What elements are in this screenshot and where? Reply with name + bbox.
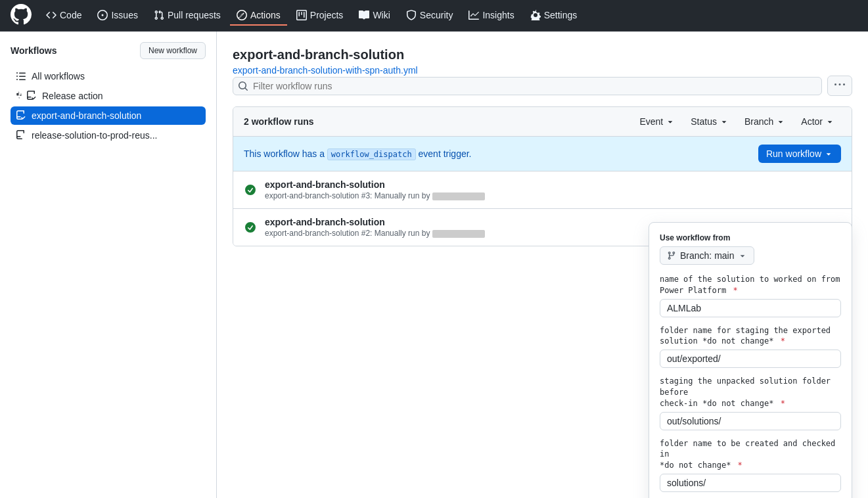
branch-filter-label: Branch <box>744 116 773 127</box>
actor-filter-button[interactable]: Actor <box>794 114 841 129</box>
field-label-text-staging: staging the unpacked solution folder bef… <box>660 376 831 408</box>
field-required-solution: * <box>733 286 737 295</box>
info-banner: This workflow has a workflow_dispatch ev… <box>233 137 852 171</box>
info-banner-text: This workflow has a workflow_dispatch ev… <box>244 148 471 159</box>
page-body: Workflows New workflow All workflows Rel… <box>0 32 868 498</box>
nav-projects[interactable]: Projects <box>290 6 350 26</box>
workflow-dispatch-icon <box>26 91 37 101</box>
nav-wiki[interactable]: Wiki <box>352 6 396 26</box>
event-filter-button[interactable]: Event <box>633 114 681 129</box>
info-code: workflow_dispatch <box>327 148 416 160</box>
folder-checkin-input[interactable] <box>660 474 841 492</box>
solution-name-input[interactable] <box>660 299 841 317</box>
run-workflow-dropdown: Use workflow from Branch: main name of t… <box>649 222 852 498</box>
nav-pr[interactable]: Pull requests <box>147 6 227 26</box>
field-label-text-export: folder name for staging the exportedsolu… <box>660 326 831 346</box>
sidebar-release-prod-label: release-solution-to-prod-reus... <box>32 130 157 141</box>
sidebar-item-release-prod[interactable]: release-solution-to-prod-reus... <box>11 126 206 145</box>
top-nav: Code Issues Pull requests Actions Projec… <box>0 0 868 32</box>
actor-filter-label: Actor <box>801 116 823 127</box>
run-actor-avatar-2 <box>432 230 485 238</box>
run-meta-1: export-and-branch-solution #3: Manually … <box>265 191 841 200</box>
main-content: export-and-branch-solution export-and-br… <box>217 32 868 498</box>
field-required-checkin: * <box>738 461 742 470</box>
sidebar-export-branch-label: export-and-branch-solution <box>32 110 141 121</box>
runs-filters: Event Status Branch Actor <box>633 114 841 129</box>
info-text-before: This workflow has a <box>244 148 325 159</box>
folder-export-input[interactable] <box>660 350 841 368</box>
run-meta-text-1: export-and-branch-solution #3: Manually … <box>265 191 430 200</box>
chevron-down-icon-run <box>824 149 833 158</box>
list-icon <box>16 71 26 81</box>
run-info-1: export-and-branch-solution export-and-br… <box>265 179 841 200</box>
nav-wiki-label: Wiki <box>373 10 390 20</box>
run-name-1: export-and-branch-solution <box>265 179 841 190</box>
sidebar-all-workflows-label: All workflows <box>32 71 85 81</box>
info-text-after: event trigger. <box>419 148 472 159</box>
sidebar-item-release-action[interactable]: Release action <box>11 87 206 105</box>
runs-header: 2 workflow runs Event Status Branch <box>233 107 852 137</box>
run-success-icon-2 <box>244 221 257 234</box>
new-workflow-button[interactable]: New workflow <box>140 42 206 59</box>
nav-insights-label: Insights <box>482 10 514 20</box>
chevron-down-icon-status <box>720 117 729 126</box>
nav-settings-label: Settings <box>544 10 578 20</box>
branch-select[interactable]: Branch: main <box>660 246 754 265</box>
chevron-down-branch <box>738 251 747 260</box>
status-filter-button[interactable]: Status <box>684 114 735 129</box>
more-icon <box>834 79 845 90</box>
sidebar-item-all-workflows[interactable]: All workflows <box>11 67 206 85</box>
nav-issues[interactable]: Issues <box>91 6 144 26</box>
sidebar: Workflows New workflow All workflows Rel… <box>0 32 217 498</box>
nav-code-label: Code <box>60 10 81 20</box>
github-logo <box>11 4 32 27</box>
sidebar-release-action-label: Release action <box>42 91 103 101</box>
nav-code[interactable]: Code <box>39 6 88 26</box>
folder-staging-input[interactable] <box>660 412 841 430</box>
nav-actions[interactable]: Actions <box>230 6 287 26</box>
workflow-file-link[interactable]: export-and-branch-solution-with-spn-auth… <box>233 65 418 76</box>
more-options-button[interactable] <box>827 76 852 96</box>
nav-issues-label: Issues <box>111 10 137 20</box>
run-actor-avatar-1 <box>432 192 485 200</box>
search-icon <box>238 81 248 91</box>
filter-input-wrapper <box>233 77 822 95</box>
sidebar-title: Workflows <box>11 45 57 56</box>
branch-select-label: Branch: main <box>680 250 734 261</box>
nav-insights[interactable]: Insights <box>462 6 520 26</box>
filter-input[interactable] <box>233 77 822 95</box>
event-filter-label: Event <box>639 116 663 127</box>
nav-security-label: Security <box>420 10 453 20</box>
sidebar-header: Workflows New workflow <box>11 42 206 59</box>
field-label-checkin: folder name to be created and checked in… <box>660 438 841 471</box>
workflow-icon <box>16 91 26 101</box>
field-label-text-checkin: folder name to be created and checked in… <box>660 439 835 470</box>
run-item-1[interactable]: export-and-branch-solution export-and-br… <box>233 171 852 209</box>
chevron-down-icon-branch <box>776 117 785 126</box>
branch-icon <box>667 251 676 260</box>
run-workflow-label: Run workflow <box>766 148 821 159</box>
field-label-solution: name of the solution to worked on fromPo… <box>660 274 841 296</box>
field-label-staging: staging the unpacked solution folder bef… <box>660 376 841 409</box>
workflow-name: export-and-branch-solution <box>233 47 852 62</box>
field-required-export: * <box>781 336 785 346</box>
chevron-down-icon <box>666 117 675 126</box>
field-required-staging: * <box>781 399 785 408</box>
workflow-icon-active <box>16 110 26 121</box>
run-meta-text-2: export-and-branch-solution #2: Manually … <box>265 229 430 238</box>
filter-bar <box>233 76 852 96</box>
field-label-text-solution: name of the solution to worked on fromPo… <box>660 275 840 295</box>
nav-pr-label: Pull requests <box>168 10 221 20</box>
run-success-icon-1 <box>244 183 257 196</box>
status-filter-label: Status <box>691 116 717 127</box>
nav-security[interactable]: Security <box>400 6 460 26</box>
field-label-export: folder name for staging the exportedsolu… <box>660 325 841 348</box>
nav-settings[interactable]: Settings <box>524 6 584 26</box>
nav-projects-label: Projects <box>310 10 344 20</box>
runs-count: 2 workflow runs <box>244 116 314 127</box>
branch-filter-button[interactable]: Branch <box>738 114 792 129</box>
sidebar-item-export-branch[interactable]: export-and-branch-solution <box>11 106 206 125</box>
workflow-icon-prod <box>16 130 26 141</box>
chevron-down-icon-actor <box>825 117 834 126</box>
run-workflow-button[interactable]: Run workflow <box>758 145 841 163</box>
